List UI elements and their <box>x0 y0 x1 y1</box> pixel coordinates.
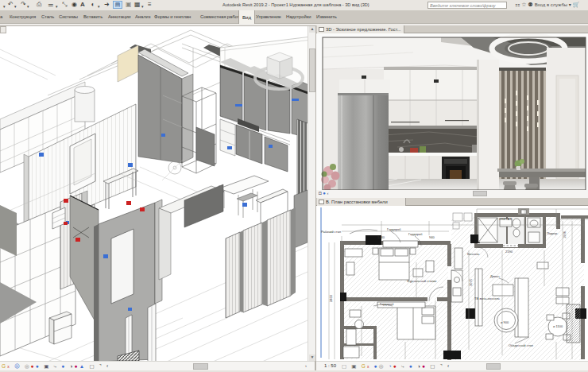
svg-text:Подогр.: Подогр. <box>547 231 558 235</box>
svg-text:ТВ зона+консоль: ТВ зона+консоль <box>474 296 500 300</box>
svg-text:2190: 2190 <box>505 250 513 254</box>
svg-text:Консоль: Консоль <box>467 252 479 256</box>
svg-text:1936: 1936 <box>563 231 567 238</box>
svg-text:ø 1100: ø 1100 <box>553 324 563 328</box>
svg-text:Обеденный стол: Обеденный стол <box>509 343 534 347</box>
svg-text:Гардероб: Гардероб <box>387 227 401 231</box>
svg-text:Гардероб: Гардероб <box>408 232 423 236</box>
svg-text:3075: 3075 <box>469 278 473 286</box>
svg-text:Журнальный столик: Журнальный столик <box>407 279 437 283</box>
svg-text:2460: 2460 <box>329 294 333 302</box>
svg-text:Диван: Диван <box>490 274 499 278</box>
svg-text:Гардероб: Гардероб <box>380 302 394 306</box>
svg-text:940: 940 <box>429 235 435 239</box>
svg-text:1440: 1440 <box>377 235 385 239</box>
svg-text:ø 900: ø 900 <box>501 320 509 324</box>
svg-text:УНИТАЗ: УНИТАЗ <box>499 217 512 221</box>
svg-text:Рабочий стол: Рабочий стол <box>321 230 342 234</box>
